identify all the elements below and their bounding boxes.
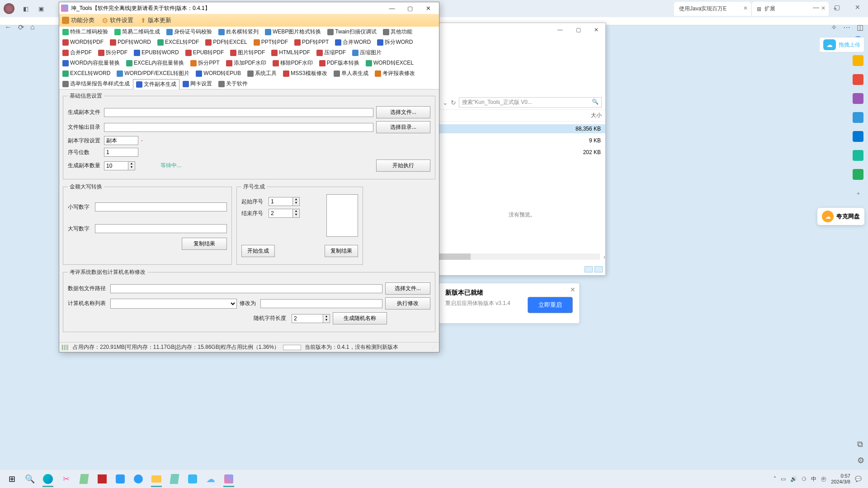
feature-tab[interactable]: 文件副本生成 bbox=[133, 79, 179, 89]
feature-tab[interactable]: 姓名横转竖列 bbox=[215, 27, 262, 37]
feature-tab[interactable]: 移除PDF水印 bbox=[269, 58, 316, 68]
gen-file-input[interactable] bbox=[104, 108, 373, 117]
choose-dir-button[interactable]: 选择目录... bbox=[376, 121, 430, 133]
taskbar-edge[interactable] bbox=[39, 471, 57, 487]
choose-pkg-button[interactable]: 选择文件... bbox=[385, 282, 430, 295]
feature-tab[interactable]: PPT转PDF bbox=[250, 37, 291, 47]
copy-result-button[interactable]: 复制结果 bbox=[182, 238, 227, 250]
feature-tab[interactable]: 考评报表修改 bbox=[372, 68, 418, 79]
minimize-button[interactable]: — bbox=[806, 0, 826, 14]
h-scrollbar[interactable]: › bbox=[439, 253, 600, 260]
feature-tab[interactable]: 合并WORD bbox=[332, 37, 374, 47]
close-icon[interactable]: ✕ bbox=[743, 5, 748, 11]
dropdown-icon[interactable]: ⌄ bbox=[443, 99, 448, 106]
feature-tab[interactable]: 添加PDF水印 bbox=[223, 58, 269, 68]
spinner-up-icon[interactable]: ▲ bbox=[128, 162, 135, 165]
back-icon[interactable]: ← bbox=[5, 23, 12, 31]
feature-tab[interactable]: 单人表生成 bbox=[330, 68, 372, 79]
sidebar-app-icon[interactable] bbox=[853, 74, 863, 85]
feature-tab[interactable]: EPUB转WORD bbox=[131, 47, 182, 58]
maximize-button[interactable]: ▢ bbox=[826, 0, 847, 14]
feature-tab[interactable]: 其他功能 bbox=[380, 27, 415, 37]
explorer-search[interactable]: 搜索"Kun_Tools_正式版 V0... 🔍 bbox=[459, 97, 602, 108]
ime-icon[interactable]: ㊥ bbox=[821, 475, 826, 483]
menu-settings[interactable]: ⚙软件设置 bbox=[102, 16, 133, 25]
feature-tab[interactable]: 简易二维码生成 bbox=[111, 27, 163, 37]
sidebar-app-icon[interactable] bbox=[853, 150, 863, 161]
lower-input[interactable] bbox=[95, 202, 227, 211]
feature-tab[interactable]: 特殊二维码校验 bbox=[59, 27, 111, 37]
taskbar-app[interactable]: ☁ bbox=[202, 471, 220, 487]
taskbar-app[interactable]: ✂ bbox=[57, 471, 75, 487]
feature-tab[interactable]: 合并PDF bbox=[59, 47, 95, 58]
feature-tab[interactable]: EPUB转PDF bbox=[182, 47, 227, 58]
feature-tab[interactable]: WORD内容批量替换 bbox=[59, 58, 123, 68]
start-button[interactable]: ⊞ bbox=[3, 471, 21, 487]
taskbar-app[interactable] bbox=[165, 471, 184, 487]
feature-tab[interactable]: WORD转PDF bbox=[59, 37, 107, 47]
change-to-input[interactable] bbox=[260, 299, 382, 308]
start-button[interactable]: 开始执行 bbox=[376, 160, 430, 172]
minimize-button[interactable]: — bbox=[383, 3, 401, 14]
notifications-icon[interactable]: 💬 bbox=[855, 476, 862, 482]
menu-update[interactable]: ⬆版本更新 bbox=[141, 16, 171, 24]
copy-seq-button[interactable]: 复制结果 bbox=[325, 245, 358, 257]
name-list-select[interactable] bbox=[110, 299, 237, 309]
settings-icon[interactable]: ⚙ bbox=[857, 455, 864, 465]
col-size[interactable]: 大小 bbox=[591, 112, 602, 119]
resize-grip-icon[interactable]: ⋰ bbox=[432, 345, 436, 350]
sidebar-app-icon[interactable] bbox=[853, 112, 863, 123]
feature-tab[interactable]: EXCEL转PDF bbox=[154, 37, 202, 47]
volume-icon[interactable]: 🔊 bbox=[790, 476, 797, 482]
feature-tab[interactable]: 拆分WORD bbox=[374, 37, 416, 47]
choose-file-button[interactable]: 选择文件... bbox=[376, 106, 430, 118]
spinner-down-icon[interactable]: ▼ bbox=[128, 165, 135, 169]
wifi-icon[interactable]: ⚆ bbox=[802, 476, 807, 482]
exec-button[interactable]: 执行修改 bbox=[385, 297, 430, 310]
minimize-button[interactable]: — bbox=[551, 27, 569, 33]
feature-tab[interactable]: 拆分PDF bbox=[95, 47, 131, 58]
profile-avatar[interactable] bbox=[4, 3, 14, 14]
field-input[interactable] bbox=[104, 136, 138, 145]
feature-tab[interactable]: EXCEL转WORD bbox=[59, 68, 113, 79]
browser-tab-0[interactable]: 使用Java实现百万E✕ bbox=[674, 2, 751, 16]
close-button[interactable]: ✕ bbox=[419, 3, 437, 14]
upload-widget[interactable]: ☁ 拖拽上传 bbox=[819, 37, 864, 52]
feature-tab[interactable]: HTML转PDF bbox=[268, 47, 313, 58]
maximize-button[interactable]: ▢ bbox=[569, 27, 587, 33]
quark-disk-widget[interactable]: ☁ 夸克网盘 bbox=[817, 208, 864, 225]
start-seq-spinner[interactable]: ▲▼ bbox=[269, 197, 300, 206]
screenshot-icon[interactable]: ⧉ bbox=[857, 440, 864, 449]
feature-tab[interactable]: 系统工具 bbox=[244, 68, 280, 79]
feature-tab[interactable]: 压缩PDF bbox=[313, 47, 349, 58]
favorite-icon[interactable]: ✧ bbox=[831, 23, 837, 32]
file-row[interactable]: 9 KB bbox=[439, 136, 605, 145]
search-button[interactable]: 🔍 bbox=[21, 471, 39, 487]
sidebar-app-icon[interactable] bbox=[853, 169, 863, 180]
feature-tab[interactable]: PDF转EXCEL bbox=[202, 37, 250, 47]
end-seq-spinner[interactable]: ▲▼ bbox=[269, 209, 300, 218]
gen-seq-button[interactable]: 开始生成 bbox=[241, 245, 275, 257]
pkg-path-input[interactable] bbox=[110, 284, 382, 293]
feature-tab[interactable]: WEBP图片格式转换 bbox=[262, 27, 324, 37]
chevron-up-icon[interactable]: ˄ bbox=[774, 476, 776, 482]
view-buttons[interactable] bbox=[585, 266, 603, 272]
refresh-icon[interactable]: ⟳ bbox=[18, 23, 24, 32]
out-dir-input[interactable] bbox=[104, 123, 373, 132]
taskbar-app[interactable] bbox=[111, 471, 129, 487]
feature-tab[interactable]: WORD/PDF/EXCEL转图片 bbox=[113, 68, 193, 79]
menu-functions[interactable]: 功能分类 bbox=[62, 16, 94, 24]
taskbar-app[interactable] bbox=[129, 471, 147, 487]
taskbar-app[interactable] bbox=[184, 471, 202, 487]
battery-icon[interactable]: ▭ bbox=[781, 476, 786, 482]
seq-digits-input[interactable] bbox=[104, 148, 138, 157]
sidebar-add-icon[interactable]: ＋ bbox=[853, 188, 863, 199]
taskbar-app[interactable] bbox=[75, 471, 93, 487]
sidebar-app-icon[interactable] bbox=[853, 93, 863, 104]
taskbar-explorer[interactable] bbox=[147, 471, 165, 487]
tab-overview-icon[interactable]: ▣ bbox=[36, 4, 46, 14]
feature-tab[interactable]: 身份证号码校验 bbox=[163, 27, 215, 37]
feature-tab[interactable]: 关于软件 bbox=[215, 79, 251, 89]
workspaces-icon[interactable]: ◧ bbox=[21, 4, 31, 14]
rand-len-spinner[interactable]: ▲▼ bbox=[292, 314, 330, 323]
